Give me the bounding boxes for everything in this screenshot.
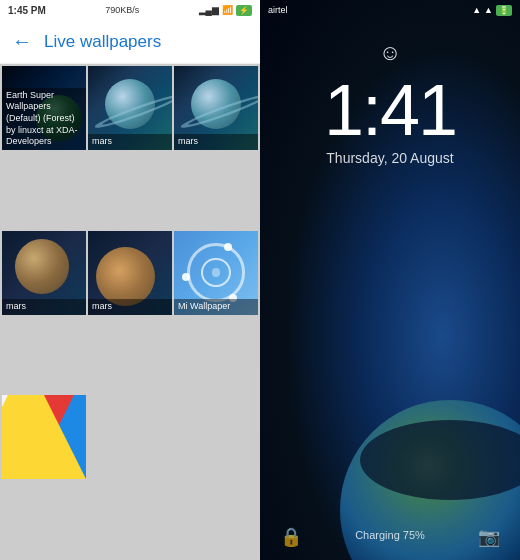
status-time-left: 1:45 PM [8, 5, 46, 16]
lock-screen-panel: airtel ▲ ▲ 🔋 ☺ 1:41 Thursday, 20 August … [260, 0, 520, 560]
wallpaper-item-mars-3[interactable]: mars [2, 231, 86, 315]
lock-content: ☺ 1:41 Thursday, 20 August [260, 0, 520, 560]
status-icons-left: ▂▄▆ 📶 ⚡ [199, 5, 252, 16]
carrier-label: airtel [268, 5, 288, 15]
wallpaper-label-4: mars [88, 299, 172, 315]
wifi-icon-right: ▲ [484, 5, 493, 15]
status-speed: 790KB/s [105, 5, 139, 15]
live-wallpapers-panel: 1:45 PM 790KB/s ▂▄▆ 📶 ⚡ ← Live wallpaper… [0, 0, 260, 560]
signal-icon-right: ▲ [472, 5, 481, 15]
colorful-thumb [2, 395, 86, 479]
mi-circle-mid [201, 258, 230, 287]
wallpaper-label-0: Earth Super Wallpapers (Default) (Forest… [2, 88, 86, 150]
status-icons-right: ▲ ▲ 🔋 [472, 5, 512, 16]
lock-bottom-bar: Charging 75% [260, 510, 520, 560]
status-bar-right: airtel ▲ ▲ 🔋 [260, 0, 520, 20]
mi-circle-outer [187, 243, 246, 302]
lock-smiley: ☺ [379, 40, 401, 66]
wallpaper-label-2: mars [174, 134, 258, 150]
wallpaper-item-mi[interactable]: Mi Wallpaper [174, 231, 258, 315]
colorful-tri-orange [2, 395, 66, 459]
colorful-tri-blue [32, 395, 86, 479]
wallpaper-item-colorful[interactable] [2, 395, 86, 479]
battery-icon-left: ⚡ [236, 5, 252, 16]
battery-icon-right: 🔋 [496, 5, 512, 16]
wallpaper-label-1: mars [88, 134, 172, 150]
charging-text: Charging 75% [355, 529, 425, 541]
lock-time: 1:41 [324, 74, 456, 146]
signal-icon: ▂▄▆ [199, 5, 219, 15]
page-title: Live wallpapers [44, 32, 161, 52]
wallpaper-label-3: mars [2, 299, 86, 315]
wallpaper-item-mars-4[interactable]: mars [88, 231, 172, 315]
wallpaper-label-5: Mi Wallpaper [174, 299, 258, 315]
back-button[interactable]: ← [12, 30, 32, 53]
wallpaper-item-mars-2[interactable]: mars [174, 66, 258, 150]
mi-circle-inner [212, 268, 221, 277]
wallpaper-item-mars-1[interactable]: mars [88, 66, 172, 150]
status-bar-left: 1:45 PM 790KB/s ▂▄▆ 📶 ⚡ [0, 0, 260, 20]
lock-date: Thursday, 20 August [326, 150, 453, 166]
wallpaper-item-earth[interactable]: Earth Super Wallpapers (Default) (Forest… [2, 66, 86, 150]
header: ← Live wallpapers [0, 20, 260, 64]
wallpaper-grid: Earth Super Wallpapers (Default) (Forest… [0, 64, 260, 560]
wifi-icon: 📶 [222, 5, 233, 15]
